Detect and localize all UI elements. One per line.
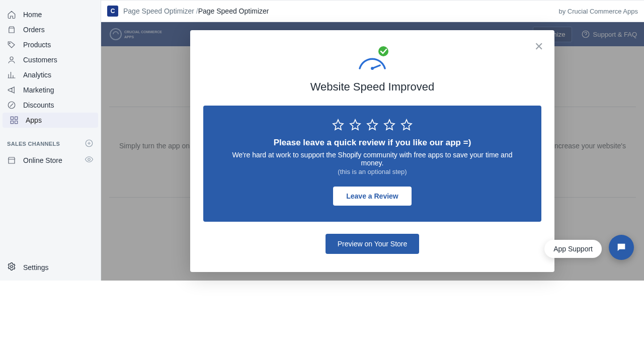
nav-online-store[interactable]: Online Store [0,152,101,168]
svg-rect-5 [11,121,13,124]
nav-marketing[interactable]: Marketing [0,82,101,98]
star-icon[interactable] [400,119,413,131]
nav-products[interactable]: Products [0,37,101,52]
star-rating[interactable] [223,119,521,131]
review-prompt: Please leave a quick review if you like … [223,138,521,148]
svg-point-8 [88,158,91,161]
svg-rect-3 [11,117,13,119]
nav-analytics[interactable]: Analytics [0,67,101,82]
nav-label: Products [23,41,51,49]
breadcrumb-parent[interactable]: Page Speed Optimizer [123,7,198,15]
nav-label: Apps [26,116,42,124]
nav-label: Marketing [23,86,54,94]
svg-point-15 [371,67,374,70]
user-icon [7,55,16,64]
nav-label: Home [23,11,42,19]
speed-gauge-icon [203,46,541,73]
orders-icon [7,25,16,34]
review-optional: (this is an optional step) [223,168,521,175]
breadcrumb-current: Page Speed Optimizer [198,7,269,15]
nav-home[interactable]: Home [0,7,101,22]
svg-point-1 [10,57,13,60]
app-support-pill[interactable]: App Support [544,240,602,258]
chart-icon [7,70,16,79]
nav-settings[interactable]: Settings [0,259,101,276]
star-icon[interactable] [383,119,395,131]
home-icon [7,10,16,19]
header: C Page Speed Optimizer Page Speed Optimi… [101,0,644,22]
nav-label: Customers [23,56,57,64]
nav-customers[interactable]: Customers [0,52,101,67]
nav-label: Analytics [23,71,51,79]
gear-icon [7,262,16,273]
sidebar: Home Orders Products Customers Analytics… [0,0,101,281]
star-icon[interactable] [349,119,361,131]
svg-point-16 [378,46,388,56]
add-channel-icon[interactable] [85,139,94,149]
svg-point-9 [11,265,13,268]
nav-apps[interactable]: Apps [3,113,98,128]
leave-review-button[interactable]: Leave a Review [333,187,412,206]
svg-point-0 [9,43,10,44]
chat-icon [616,242,627,253]
nav-label: Online Store [23,156,62,164]
nav-label: Orders [23,26,45,34]
nav-label: Discounts [23,101,54,109]
app-logo-icon: C [107,6,118,17]
chat-fab[interactable] [609,235,634,260]
review-modal: ✕ Website Speed Improved Please leave a … [190,30,554,272]
section-sales-channels: SALES CHANNELS [0,136,101,152]
svg-rect-6 [15,121,18,124]
store-icon [7,156,16,165]
star-icon[interactable] [332,119,344,131]
discount-icon [7,101,16,110]
review-subtext: We're hard at work to support the Shopif… [223,151,521,167]
svg-rect-4 [15,117,18,119]
apps-icon [10,116,19,125]
nav-orders[interactable]: Orders [0,22,101,37]
star-icon[interactable] [366,119,378,131]
nav-discounts[interactable]: Discounts [0,98,101,113]
settings-label: Settings [23,263,49,272]
review-callout: Please leave a quick review if you like … [203,106,541,222]
megaphone-icon [7,85,16,95]
eye-icon[interactable] [85,155,94,165]
tag-icon [7,40,16,49]
section-label: SALES CHANNELS [7,141,60,147]
modal-title: Website Speed Improved [203,80,541,94]
preview-store-button[interactable]: Preview on Your Store [326,234,420,254]
author-label: by Crucial Commerce Apps [559,8,638,15]
